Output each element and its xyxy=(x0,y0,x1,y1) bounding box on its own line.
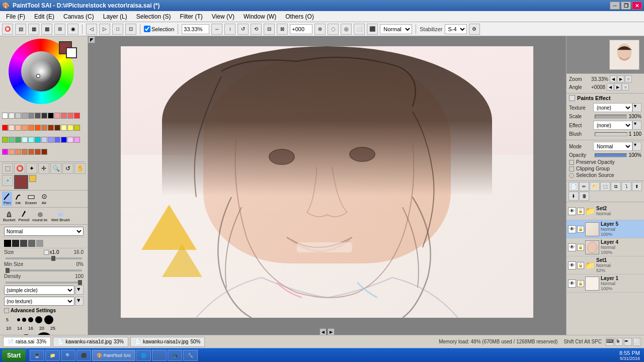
palette-swatch[interactable] xyxy=(35,113,41,119)
status-icon-3[interactable]: ✒ xyxy=(624,338,632,346)
toolbar-zoom-out[interactable]: □ xyxy=(112,24,123,35)
taskbar-item-browser[interactable]: 🌐 xyxy=(136,350,151,361)
palette-swatch[interactable] xyxy=(67,113,73,119)
layer-item-layer5[interactable]: 👁 🔓 Layer 5 Normal 100% xyxy=(567,220,644,238)
zoom-reset[interactable]: ⊟ xyxy=(264,24,275,35)
status-icon-1[interactable]: ⌨ xyxy=(606,338,614,346)
zoom-fit[interactable]: ⊠ xyxy=(277,24,288,35)
brush-bucket[interactable]: Bucket xyxy=(2,209,16,223)
move-layer-up[interactable]: ⬆ xyxy=(632,182,642,191)
duplicate-layer[interactable]: ⧉ xyxy=(611,182,621,191)
h-scroll-thumb[interactable] xyxy=(327,329,328,335)
brush-dot[interactable] xyxy=(17,318,20,321)
palette-swatch[interactable] xyxy=(15,125,21,131)
palette-swatch[interactable] xyxy=(54,137,60,143)
layer-item-set1[interactable]: 👁 🔓 📁 Set1 Normal 52% xyxy=(567,256,644,275)
palette-swatch[interactable] xyxy=(28,113,34,119)
palette-swatch[interactable] xyxy=(41,113,47,119)
taskbar-item-ps[interactable]: 🎨 PaintTool SAI xyxy=(92,350,135,361)
zoom-increase[interactable]: ▶ xyxy=(617,75,624,82)
palette-swatch[interactable] xyxy=(74,137,80,143)
toolbar-undo[interactable]: ◁ xyxy=(86,24,97,35)
palette-swatch[interactable] xyxy=(35,125,41,131)
brush-size-swatch-4[interactable] xyxy=(28,240,35,247)
taskbar-item-misc[interactable]: 🔧 xyxy=(183,350,198,361)
shape-settings[interactable]: ▼ xyxy=(75,286,84,295)
palette-swatch[interactable] xyxy=(9,125,15,131)
layer-visibility-set2[interactable]: 👁 xyxy=(568,207,576,215)
brush-dot[interactable] xyxy=(19,334,33,335)
toolbar-btn-2[interactable]: ▤ xyxy=(15,24,26,35)
tool-rotate[interactable]: ↺ xyxy=(62,163,73,174)
brush-size-swatch-1[interactable] xyxy=(4,240,11,247)
palette-swatch[interactable] xyxy=(74,125,80,131)
scale-slider[interactable] xyxy=(595,115,627,119)
brush-dot[interactable] xyxy=(35,316,42,323)
brush-ink[interactable]: Ink xyxy=(13,192,23,206)
restore-button[interactable]: ❐ xyxy=(621,2,631,10)
palette-swatch[interactable] xyxy=(41,149,47,155)
zoom-reset-btn[interactable]: ○ xyxy=(625,75,632,82)
layer-item-layer1[interactable]: 👁 🔓 Layer 1 Normal 100% xyxy=(567,275,644,293)
layer-mode-select[interactable]: Normal Multiply Screen Overlay xyxy=(593,142,632,151)
paint-effect-btn[interactable]: ▼ xyxy=(632,121,641,130)
layer-visibility-layer1[interactable]: 👁 xyxy=(568,280,576,288)
tool-select[interactable]: ⬚ xyxy=(2,163,13,174)
start-button[interactable]: Start xyxy=(2,349,26,361)
brush-pencil[interactable]: Pencil xyxy=(17,209,30,223)
h-scroll-track[interactable] xyxy=(327,328,328,335)
brush-dot[interactable] xyxy=(44,315,53,324)
palette-swatch[interactable] xyxy=(67,125,73,131)
toolbar-btn-1[interactable]: ⭕ xyxy=(2,24,13,35)
size-lock[interactable] xyxy=(44,250,49,255)
zoom-flip-v[interactable]: ↕ xyxy=(224,24,235,35)
tool-zoom[interactable]: 🔍 xyxy=(50,163,61,174)
brush-wet[interactable]: Wet Brush xyxy=(50,209,71,223)
toolbar-extra-5[interactable]: ⬛ xyxy=(367,24,378,35)
texture-effect-btn[interactable]: ▼ xyxy=(632,103,641,112)
layer-lock-layer5[interactable]: 🔓 xyxy=(577,226,584,233)
palette-swatch[interactable] xyxy=(48,125,54,131)
texture-effect-select[interactable]: (none) xyxy=(593,103,632,112)
menu-edit[interactable]: Edit (E) xyxy=(30,12,58,21)
palette-swatch[interactable] xyxy=(22,149,28,155)
delete-layer[interactable]: 🗑 xyxy=(579,192,589,201)
layer-visibility-layer5[interactable]: 👁 xyxy=(568,225,576,233)
palette-swatch[interactable] xyxy=(35,137,41,143)
taskbar-item-game[interactable]: ⬛ xyxy=(76,350,91,361)
palette-swatch[interactable] xyxy=(74,113,80,119)
scroll-left[interactable]: ◀ xyxy=(319,328,327,335)
palette-swatch[interactable] xyxy=(48,137,54,143)
palette-swatch[interactable] xyxy=(9,149,15,155)
taskbar-item-folder[interactable]: 📁 xyxy=(45,350,60,361)
palette-swatch[interactable] xyxy=(61,137,67,143)
palette-swatch[interactable] xyxy=(28,137,34,143)
menu-window[interactable]: Window (W) xyxy=(239,12,280,21)
move-layer-down[interactable]: ⬇ xyxy=(569,192,579,201)
palette-swatch[interactable] xyxy=(15,149,21,155)
palette-swatch[interactable] xyxy=(54,125,60,131)
offset-input[interactable] xyxy=(290,24,312,34)
taskbar-item-search[interactable]: 🔍 xyxy=(61,350,75,361)
paints-effect-checkbox[interactable] xyxy=(569,95,575,101)
clipping-group-checkbox[interactable] xyxy=(569,166,574,171)
brush-size-swatch-5[interactable] xyxy=(36,240,43,247)
layer-lock-set1[interactable]: 🔓 xyxy=(577,262,584,269)
blend-mode-select[interactable]: Normal Multiply Screen xyxy=(380,24,412,34)
menu-layer[interactable]: Layer (L) xyxy=(99,12,131,21)
zoom-input[interactable] xyxy=(182,24,209,34)
shape-select[interactable]: (simple circle) xyxy=(4,286,74,295)
scroll-corner-tl[interactable]: ◤ xyxy=(88,36,95,43)
layer-item-layer4[interactable]: 👁 🔓 Layer 4 Normal 100% xyxy=(567,238,644,256)
palette-swatch[interactable] xyxy=(9,137,15,143)
menu-canvas[interactable]: Canvas (C) xyxy=(59,12,98,21)
brush-dot[interactable] xyxy=(28,317,33,322)
angle-reset-btn[interactable]: ○ xyxy=(622,83,629,90)
toolbar-btn-4[interactable]: ▩ xyxy=(41,24,52,35)
blush-slider[interactable] xyxy=(595,132,627,136)
palette-swatch[interactable] xyxy=(28,149,34,155)
stabilizer-select[interactable]: S-4 S-1 S-7 xyxy=(445,24,467,34)
palette-swatch[interactable] xyxy=(41,125,47,131)
brush-pen[interactable]: Pen xyxy=(2,192,12,206)
layer-item-set2[interactable]: 👁 🔓 📁 Set2 Normal xyxy=(567,202,644,220)
